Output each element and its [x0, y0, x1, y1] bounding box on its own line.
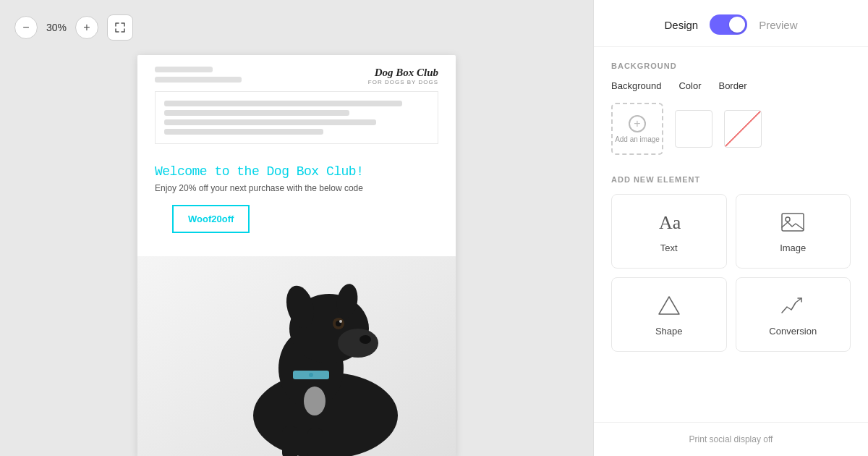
- email-subtitle: Enjoy 20% off your next purchase with th…: [137, 183, 456, 205]
- svg-point-9: [339, 320, 342, 323]
- brand-logo: Dog Box Club FOR DOGS BY DOGS: [368, 67, 438, 85]
- coupon-box[interactable]: Woof20off: [172, 205, 250, 233]
- text-element-card[interactable]: Aa Text: [611, 194, 727, 269]
- zoom-increase-button[interactable]: +: [75, 16, 98, 39]
- email-header: Dog Box Club FOR DOGS BY DOGS: [137, 55, 456, 91]
- toggle-thumb: [729, 17, 745, 33]
- placeholder-line: [155, 67, 213, 72]
- add-element-title: ADD NEW ELEMENT: [611, 175, 851, 184]
- bottom-hint: Print social display off: [594, 422, 868, 456]
- fullscreen-button[interactable]: [107, 14, 133, 41]
- plus-icon: +: [629, 115, 646, 132]
- welcome-text: Welcome to the Dog Box Club!: [137, 153, 456, 183]
- color-swatch[interactable]: [675, 110, 712, 148]
- bg-swatches: + Add an image: [611, 103, 851, 155]
- fullscreen-icon: [114, 22, 126, 33]
- content-block: [155, 91, 438, 144]
- canvas-area: Dog Box Club FOR DOGS BY DOGS Welcome to…: [14, 55, 579, 456]
- image-icon: [780, 209, 806, 235]
- shape-icon: [656, 292, 682, 318]
- placeholder-line: [164, 119, 376, 125]
- conversion-element-card[interactable]: Conversion: [736, 277, 851, 352]
- border-option-label: Border: [718, 80, 746, 91]
- conversion-icon: [780, 292, 806, 318]
- dog-image: [137, 256, 456, 456]
- svg-point-11: [304, 387, 326, 415]
- design-preview-toggle[interactable]: [710, 14, 747, 35]
- text-icon: Aa: [656, 209, 682, 235]
- add-element-section: ADD NEW ELEMENT Aa Text: [611, 175, 851, 352]
- background-option-label: Background: [611, 80, 661, 91]
- email-canvas[interactable]: Dog Box Club FOR DOGS BY DOGS Welcome to…: [137, 55, 456, 456]
- right-header: Design Preview: [594, 0, 868, 47]
- svg-point-10: [359, 335, 371, 344]
- background-section: BACKGROUND Background Color Border + Add…: [611, 62, 851, 155]
- add-image-label: Add an image: [615, 135, 660, 143]
- svg-rect-15: [307, 428, 323, 456]
- placeholder-line: [155, 77, 242, 83]
- zoom-decrease-button[interactable]: −: [14, 16, 38, 39]
- elements-grid: Aa Text Image: [611, 194, 851, 352]
- svg-point-18: [786, 217, 790, 221]
- background-section-title: BACKGROUND: [611, 62, 851, 70]
- preview-label: Preview: [759, 19, 797, 31]
- toolbar: − 30% +: [14, 14, 133, 41]
- shape-element-card[interactable]: Shape: [611, 277, 727, 352]
- color-option-label: Color: [678, 80, 701, 91]
- placeholder-line: [164, 110, 349, 116]
- dog-svg: [137, 256, 456, 456]
- add-image-button[interactable]: + Add an image: [611, 103, 663, 155]
- left-panel: − 30% + Dog Box Club FOR DOGS BY DOGS: [0, 0, 593, 456]
- right-panel: Design Preview BACKGROUND Background Col…: [593, 0, 868, 456]
- header-placeholder: [155, 67, 242, 83]
- image-element-card[interactable]: Image: [736, 194, 851, 269]
- svg-point-13: [309, 373, 313, 377]
- right-content: BACKGROUND Background Color Border + Add…: [594, 47, 868, 422]
- shape-element-label: Shape: [655, 326, 683, 337]
- conversion-element-label: Conversion: [769, 326, 817, 337]
- svg-rect-14: [282, 426, 298, 456]
- border-swatch[interactable]: [724, 110, 762, 148]
- image-element-label: Image: [780, 242, 806, 253]
- placeholder-line: [164, 129, 323, 135]
- design-label: Design: [664, 19, 698, 31]
- bg-options: Background Color Border: [611, 80, 851, 91]
- zoom-value: 30%: [43, 22, 69, 33]
- placeholder-line: [164, 101, 402, 106]
- text-element-label: Text: [660, 242, 678, 253]
- brand-name: Dog Box Club: [368, 67, 438, 79]
- svg-text:Aa: Aa: [659, 212, 681, 233]
- svg-rect-17: [782, 214, 804, 231]
- brand-tagline: FOR DOGS BY DOGS: [368, 79, 438, 85]
- svg-point-4: [338, 329, 378, 358]
